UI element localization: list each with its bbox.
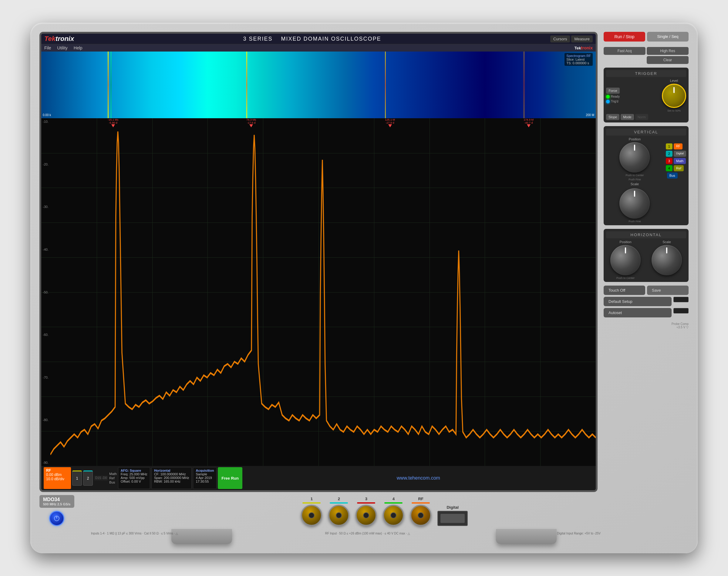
oscilloscope: Tektronix 3 SERIES MIXED DOMAIN OSCILLOS…: [30, 23, 698, 553]
rf-info: RF 0.00 dBm 10.0 dB/div: [44, 467, 71, 489]
bnc-rf: [410, 505, 431, 526]
level-label: Level: [670, 79, 678, 83]
ch3-vert-button[interactable]: 3: [666, 158, 672, 164]
touch-off-button[interactable]: Touch Off: [604, 286, 645, 295]
foot-right: [496, 529, 557, 544]
to-center-label-v: Push to Center: [625, 174, 644, 177]
afg-info: AFG: Square Freq: 25.000 MHz Amp: 500 mV…: [118, 467, 150, 489]
status-bar: RF 0.00 dBm 10.0 dB/div 1 2 D1S -D0: [41, 466, 596, 490]
math-ref-bus: Math Ref Bus: [109, 467, 116, 489]
ch1-status-button[interactable]: 1: [72, 470, 82, 486]
waveform-svg: [50, 126, 596, 466]
save-button[interactable]: Save: [647, 286, 689, 295]
bnc-ch1: [301, 505, 322, 526]
horizontal-info: Horizontal CF: 100.000000 MHz Span: 200.…: [151, 467, 192, 489]
website-text: www.tehencom.com: [396, 475, 441, 482]
input-specs-rf: RF Input · 50 Ω ≤ +26 dBm (100 mW max) ·…: [325, 532, 410, 535]
input-specs-1: Inputs 1-4 · 1 MΩ ∥ 13 pF ≤ 300 Vrms · C…: [91, 532, 178, 535]
screen-menu: File Utility Help Tektronix: [41, 44, 596, 52]
position-knob-h[interactable]: [610, 245, 641, 275]
model-badge: MDO34 500 MHz 2.5 GS/s: [39, 495, 74, 508]
trigrd-label: Trig'd: [611, 100, 618, 104]
ch1-vert-button[interactable]: 1: [666, 143, 672, 149]
acq-buttons-row: Fast Acq High Res Clear: [604, 47, 689, 64]
connector-ch3: 3: [356, 496, 377, 526]
position-label-v: Position: [629, 137, 641, 141]
norm-button[interactable]: Norm: [635, 114, 648, 120]
rf-vert-button[interactable]: RF: [674, 143, 682, 149]
menu-utility[interactable]: Utility: [57, 46, 68, 50]
bnc-ch2: [328, 505, 349, 526]
high-res-button[interactable]: High Res: [647, 47, 689, 55]
scale-label-v: Scale: [631, 182, 639, 186]
screen-brand: Tektronix: [44, 35, 74, 43]
spec-line-5: [524, 52, 525, 118]
scale-knob-v[interactable]: [619, 188, 650, 219]
y-axis-labels: -10. -20. -30. -40. -50. -60. -70. -80. …: [43, 118, 49, 466]
measure-button[interactable]: Measure: [571, 35, 593, 42]
connector-group: 1 2 3: [80, 496, 689, 526]
dis-status-button[interactable]: D1S -D0: [94, 476, 108, 481]
level-knob[interactable]: [662, 84, 686, 108]
menu-help[interactable]: Help: [74, 46, 83, 50]
trigger-buttons: Slope Mode Norm: [606, 114, 686, 120]
digital-vert-button[interactable]: Digital: [674, 151, 686, 157]
digital-input-connector: [438, 511, 468, 526]
oscilloscope-feet: [39, 529, 689, 544]
spec-line-1: [108, 52, 109, 118]
connector-rf: RF: [410, 496, 431, 526]
set-50-label: Set to 50%: [667, 109, 681, 112]
bnc-ch3: [356, 505, 377, 526]
spectrogram-info: Spectrogram RF Slice: Latest TS: 0.00000…: [564, 53, 593, 66]
connector-ch4: 4: [383, 496, 404, 526]
vertical-section: VERTICAL Position Push to Center Push Fi…: [604, 126, 689, 225]
autoset-button[interactable]: Autoset: [604, 308, 672, 317]
position-label-h: Position: [619, 240, 631, 244]
screen-body: Spectrogram RF Slice: Latest TS: 0.00000…: [41, 52, 596, 490]
bottom-right-buttons: Touch Off Save Default Setup Autoset: [604, 286, 689, 317]
spec-line-2: [111, 52, 111, 118]
run-stop-button[interactable]: Run / Stop: [604, 32, 645, 41]
vertical-label: VERTICAL: [606, 128, 686, 136]
screen-header: Tektronix 3 SERIES MIXED DOMAIN OSCILLOS…: [41, 34, 596, 44]
slope-button[interactable]: Slope: [606, 114, 619, 120]
single-seq-button[interactable]: Single / Seq: [647, 32, 689, 41]
trigger-section: TRIGGER Force Ready Trig'd: [604, 67, 689, 122]
spec-line-4: [385, 52, 386, 118]
ch2-vert-button[interactable]: 2: [666, 151, 672, 157]
cursors-measure-row: Cursors Measure: [550, 35, 593, 42]
math-vert-button[interactable]: Math: [674, 158, 686, 164]
ready-led: [606, 95, 610, 98]
usb-port-2: [673, 308, 689, 314]
channel-buttons: 1 2 D1S -D0: [72, 467, 108, 489]
connector-ch2: 2: [328, 496, 349, 526]
trigrd-led: [606, 100, 610, 104]
free-run-button[interactable]: Free Run: [218, 467, 242, 489]
power-button[interactable]: [49, 511, 64, 526]
force-button[interactable]: Force: [606, 88, 620, 94]
mode-button[interactable]: Mode: [621, 114, 634, 120]
marker-row: -15.1 Ms -5.90 d 74.3 Ms -17.6 d 125: [41, 118, 596, 126]
default-setup-button[interactable]: Default Setup: [604, 297, 672, 306]
ch4-vert-button[interactable]: 4: [666, 165, 672, 171]
fast-acq-button[interactable]: Fast Acq: [604, 47, 645, 55]
horizontal-section: HORIZONTAL Position Push to Center Scale: [604, 229, 689, 282]
ref-vert-button[interactable]: Ref: [674, 165, 684, 171]
clear-button[interactable]: Clear: [647, 56, 689, 64]
usb-port-1: [673, 297, 689, 302]
push-fine-label: Push Fine: [628, 178, 641, 181]
input-specs-digital: Digital Input Range: +5V to -25V: [557, 532, 600, 535]
scale-knob-h[interactable]: [651, 245, 682, 275]
acquisition-info: Acquisition Sample 4 Apr 2019 17:30:55: [193, 467, 217, 489]
bottom-section: MDO34 500 MHz 2.5 GS/s 1: [39, 492, 689, 526]
oscilloscope-screen: Tektronix 3 SERIES MIXED DOMAIN OSCILLOS…: [39, 32, 597, 492]
freq-top-label: 0.00 k: [43, 113, 51, 117]
cursors-button[interactable]: Cursors: [550, 35, 570, 42]
push-fine-scale: Push Fine: [628, 220, 641, 223]
connector-digital: Digital: [438, 505, 468, 526]
waveform-area: -10. -20. -30. -40. -50. -60. -70. -80. …: [41, 118, 596, 466]
ch2-status-button[interactable]: 2: [83, 470, 93, 486]
position-knob-v[interactable]: [619, 142, 650, 173]
menu-file[interactable]: File: [44, 46, 51, 50]
bus-vert-button[interactable]: Bus: [667, 173, 678, 178]
